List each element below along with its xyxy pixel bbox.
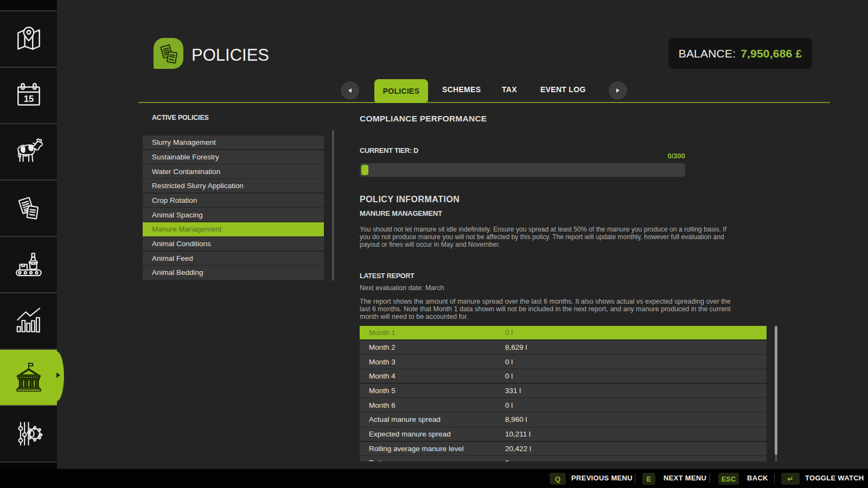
svg-text:15: 15 bbox=[23, 94, 33, 104]
